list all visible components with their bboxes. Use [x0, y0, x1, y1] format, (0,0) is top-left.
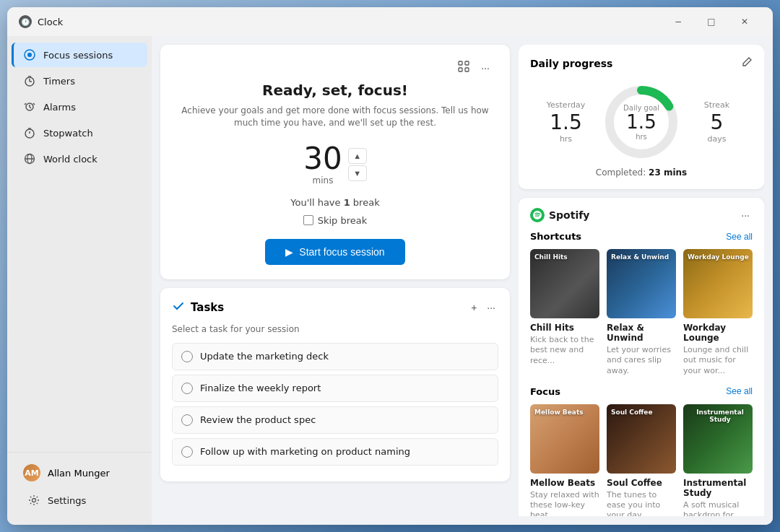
- skip-break-row: Skip break: [178, 215, 493, 226]
- svg-rect-15: [459, 68, 462, 71]
- relax-unwind-desc: Let your worries and cares slip away.: [607, 345, 676, 376]
- workday-lounge-name: Workday Lounge: [683, 323, 753, 343]
- close-button[interactable]: ✕: [728, 10, 761, 33]
- maximize-button[interactable]: □: [695, 10, 728, 33]
- task-radio-2[interactable]: [181, 383, 193, 394]
- world-clock-icon: [23, 152, 36, 165]
- streak-unit: days: [681, 134, 753, 144]
- playlist-instrumental-study[interactable]: Instrumental Study Instrumental Study A …: [683, 404, 753, 516]
- tasks-title: Tasks: [191, 301, 468, 314]
- focus-section-header: Focus See all: [530, 386, 753, 397]
- app-window: 🕐 Clock − □ ✕ Focus sessions: [7, 7, 773, 525]
- focus-more-button[interactable]: ···: [478, 59, 493, 76]
- minimize-button[interactable]: −: [662, 10, 695, 33]
- tasks-check-icon: [172, 300, 185, 315]
- focus-see-all-button[interactable]: See all: [726, 386, 753, 396]
- task-radio-1[interactable]: [181, 351, 193, 362]
- spotify-card: Spotify ··· Shortcuts See all Chill Hits: [519, 198, 764, 516]
- break-count: 1: [344, 197, 350, 208]
- task-label-1: Update the marketing deck: [200, 351, 329, 362]
- svg-rect-13: [459, 61, 462, 65]
- sidebar-item-focus-sessions[interactable]: Focus sessions: [12, 43, 147, 67]
- time-up-button[interactable]: ▲: [348, 148, 367, 164]
- expand-button[interactable]: [455, 59, 472, 76]
- task-label-4: Follow up with marketing on product nami…: [200, 446, 410, 457]
- tasks-add-button[interactable]: +: [468, 300, 480, 315]
- streak-stat: Streak 5 days: [681, 100, 753, 144]
- break-prefix: You'll have: [290, 197, 343, 208]
- svg-point-12: [32, 499, 36, 502]
- goal-value: 1.5: [623, 112, 659, 133]
- focus-sessions-icon: [23, 48, 36, 61]
- sidebar-item-alarms[interactable]: Alarms: [12, 95, 147, 119]
- sidebar: Focus sessions Timers: [7, 36, 152, 525]
- playlist-relax-unwind[interactable]: Relax & Unwind Relax & Unwind Let your w…: [607, 249, 676, 376]
- task-label-3: Review the product spec: [200, 414, 316, 425]
- focus-session-card: ··· Ready, set, focus! Achieve your goal…: [160, 45, 510, 279]
- time-down-button[interactable]: ▼: [348, 165, 367, 181]
- streak-value: 5: [681, 113, 753, 133]
- svg-point-1: [27, 53, 32, 57]
- settings-icon: [27, 494, 40, 507]
- task-item-1[interactable]: Update the marketing deck: [172, 343, 498, 370]
- mellow-beats-thumb-label: Mellow Beats: [534, 409, 584, 416]
- playlist-mellow-beats[interactable]: Mellow Beats Mellow Beats Stay relaxed w…: [530, 404, 599, 516]
- task-item-2[interactable]: Finalize the weekly report: [172, 375, 498, 402]
- titlebar: 🕐 Clock − □ ✕: [7, 7, 773, 36]
- yesterday-unit: hrs: [530, 134, 602, 144]
- goal-unit: hrs: [623, 132, 659, 140]
- settings-label: Settings: [48, 495, 86, 506]
- soul-coffee-thumb-label: Soul Coffee: [611, 409, 653, 416]
- break-info: You'll have 1 break: [178, 197, 493, 208]
- tasks-more-button[interactable]: ···: [484, 300, 498, 315]
- tasks-subtitle: Select a task for your session: [172, 324, 498, 334]
- donut-center: Daily goal 1.5 hrs: [623, 104, 659, 141]
- sidebar-item-settings[interactable]: Settings: [16, 488, 143, 513]
- workday-lounge-desc: Lounge and chill out music for your wor.…: [683, 345, 753, 376]
- tasks-header: Tasks + ···: [172, 300, 498, 315]
- focus-grid: Mellow Beats Mellow Beats Stay relaxed w…: [530, 404, 753, 516]
- shortcuts-section-header: Shortcuts See all: [530, 231, 753, 242]
- time-picker: 30 mins ▲ ▼: [178, 144, 493, 186]
- shortcuts-see-all-button[interactable]: See all: [726, 232, 753, 242]
- instrumental-study-desc: A soft musical backdrop for your ...: [683, 500, 753, 516]
- progress-edit-button[interactable]: [741, 56, 753, 71]
- playlist-chill-hits[interactable]: Chill Hits Chill Hits Kick back to the b…: [530, 249, 599, 376]
- svg-rect-16: [465, 68, 469, 71]
- sidebar-item-world-clock[interactable]: World clock: [12, 147, 147, 171]
- user-profile[interactable]: AM Allan Munger: [12, 458, 147, 487]
- chill-hits-desc: Kick back to the best new and rece...: [530, 335, 599, 366]
- skip-break-label: Skip break: [318, 215, 368, 226]
- chill-hits-thumb-label: Chill Hits: [534, 253, 568, 261]
- sidebar-bottom: AM Allan Munger Settings: [7, 452, 152, 519]
- task-item-4[interactable]: Follow up with marketing on product nami…: [172, 438, 498, 466]
- content-area: Focus sessions Timers: [7, 36, 773, 525]
- focus-card-toolbar: ···: [178, 59, 493, 76]
- playlist-workday-lounge[interactable]: Workday Lounge Workday Lounge Lounge and…: [683, 249, 753, 376]
- sidebar-item-stopwatch[interactable]: Stopwatch: [12, 121, 147, 145]
- instrumental-study-thumb-label: Instrumental Study: [688, 409, 753, 423]
- progress-title: Daily progress: [530, 58, 741, 69]
- skip-break-checkbox[interactable]: [303, 215, 313, 225]
- chill-hits-name: Chill Hits: [530, 323, 599, 333]
- stats-row: Yesterday 1.5 hrs Daily goal 1.5: [530, 82, 753, 162]
- left-panel: ··· Ready, set, focus! Achieve your goal…: [160, 45, 510, 516]
- tasks-card: Tasks + ··· Select a task for your sessi…: [160, 288, 510, 481]
- main-content: ··· Ready, set, focus! Achieve your goal…: [152, 36, 773, 525]
- task-radio-4[interactable]: [181, 446, 193, 458]
- relax-unwind-thumb: Relax & Unwind: [607, 249, 676, 318]
- task-item-3[interactable]: Review the product spec: [172, 406, 498, 434]
- timers-icon: [23, 74, 36, 87]
- start-focus-button[interactable]: ▶ Start focus session: [265, 239, 404, 265]
- spotify-logo: Spotify: [530, 208, 738, 222]
- spotify-header: Spotify ···: [530, 208, 753, 222]
- shortcuts-title: Shortcuts: [530, 231, 726, 242]
- app-icon: 🕐: [19, 15, 32, 28]
- instrumental-study-thumb: Instrumental Study: [683, 404, 753, 474]
- task-radio-3[interactable]: [181, 414, 193, 426]
- sidebar-item-timers[interactable]: Timers: [12, 69, 147, 93]
- playlist-soul-coffee[interactable]: Soul Coffee Soul Coffee The tunes to eas…: [607, 404, 676, 516]
- spotify-more-button[interactable]: ···: [738, 208, 753, 222]
- window-controls: − □ ✕: [662, 10, 761, 33]
- mellow-beats-desc: Stay relaxed with these low-key beat...: [530, 490, 599, 516]
